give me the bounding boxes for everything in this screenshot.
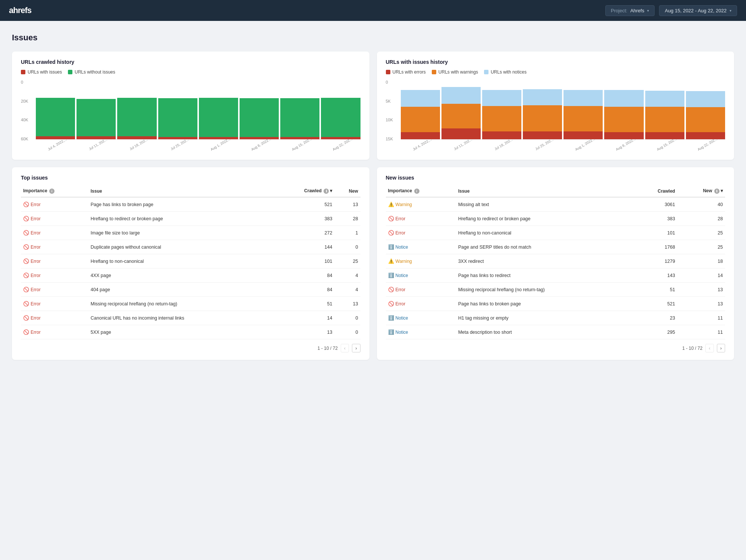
bar-group-issues (523, 80, 562, 139)
top-issues-next-button[interactable]: › (352, 344, 360, 352)
cell-importance-new: 🚫 Error (386, 283, 456, 297)
th-importance: Importance i (21, 185, 88, 197)
legend-item-notices: URLs with notices (484, 69, 527, 75)
bar-segment-warnings (523, 105, 562, 131)
th-new-new[interactable]: New ℹ ▾ (677, 185, 725, 197)
importance-icon: 🚫 (23, 244, 29, 250)
bar-group-issues (645, 80, 684, 139)
cell-issue-new: H1 tag missing or empty (456, 311, 634, 325)
cell-importance: 🚫 Error (21, 240, 88, 254)
app-header: ahrefs Project: Ahrefs ▾ Aug 15, 2022 - … (0, 0, 746, 21)
cell-issue-new: Missing reciprocal hreflang (no return-t… (456, 283, 634, 297)
cell-issue: Missing reciprocal hreflang (no return-t… (88, 297, 273, 311)
bar-segment-notices (441, 87, 481, 104)
bar-group (158, 80, 197, 139)
legend-dot-notices (484, 70, 489, 74)
new-issues-next-button[interactable]: › (717, 344, 725, 352)
cell-new-new: 25 (677, 226, 725, 240)
bar-group (240, 80, 279, 139)
charts-row: URLs crawled history URLs with issues UR… (12, 52, 734, 160)
cell-importance-new: ℹ️ Notice (386, 240, 456, 254)
importance-icon-new: 🚫 (388, 287, 394, 292)
project-dropdown[interactable]: Project: Ahrefs ▾ (605, 5, 655, 16)
table-row[interactable]: 🚫 Error Missing reciprocal hreflang (no … (386, 283, 725, 297)
importance-badge-new: ℹ️ Notice (388, 329, 408, 336)
top-issues-table-wrap: Importance i Issue Crawled ℹ ▾ New 🚫 Err… (21, 185, 360, 352)
cell-new: 0 (334, 240, 360, 254)
legend-item-warnings: URLs with warnings (432, 69, 478, 75)
top-issues-prev-button[interactable]: ‹ (341, 344, 349, 352)
th-new: New (334, 185, 360, 197)
tables-row: Top issues Importance i Issue Crawled ℹ … (12, 167, 734, 360)
table-row[interactable]: ⚠️ Warning Missing alt text 3061 40 (386, 197, 725, 212)
crawled-info-icon[interactable]: ℹ (324, 189, 329, 194)
cell-crawled: 13 (273, 325, 334, 339)
table-row[interactable]: ℹ️ Notice Meta description too short 295… (386, 325, 725, 339)
importance-icon-new: ℹ️ (388, 244, 394, 250)
date-range-dropdown[interactable]: Aug 15, 2022 - Aug 22, 2022 ▾ (659, 5, 737, 16)
table-row[interactable]: 🚫 Error Hreflang to redirect or broken p… (21, 212, 360, 226)
legend-dot-warnings (432, 70, 436, 74)
table-row[interactable]: 🚫 Error Hreflang to non-canonical 101 25 (386, 226, 725, 240)
cell-crawled-new: 1279 (634, 254, 677, 268)
cell-crawled: 383 (273, 212, 334, 226)
table-row[interactable]: 🚫 Error Hreflang to non-canonical 101 25 (21, 254, 360, 268)
cell-new-new: 13 (677, 283, 725, 297)
table-row[interactable]: ℹ️ Notice H1 tag missing or empty 23 11 (386, 311, 725, 325)
table-row[interactable]: 🚫 Error Page has links to broken page 52… (21, 197, 360, 212)
cell-importance-new: ℹ️ Notice (386, 311, 456, 325)
x-axis-labels-crawled: Jul 4, 2022,...Jul 11, 202...Jul 18, 202… (36, 141, 360, 152)
importance-icon: 🚫 (23, 258, 29, 264)
table-row[interactable]: ℹ️ Notice Page and SERP titles do not ma… (386, 240, 725, 254)
legend-label-errors: URLs with errors (393, 69, 426, 75)
table-row[interactable]: 🚫 Error Page has links to broken page 52… (386, 297, 725, 311)
table-row[interactable]: 🚫 Error Canonical URL has no incoming in… (21, 311, 360, 325)
table-row[interactable]: ⚠️ Warning 3XX redirect 1279 18 (386, 254, 725, 268)
cell-new-new: 18 (677, 254, 725, 268)
cell-crawled: 101 (273, 254, 334, 268)
table-row[interactable]: 🚫 Error 5XX page 13 0 (21, 325, 360, 339)
new-info-icon[interactable]: ℹ (714, 189, 720, 194)
th-crawled[interactable]: Crawled ℹ ▾ (273, 185, 334, 197)
cell-importance: 🚫 Error (21, 197, 88, 212)
importance-info-icon[interactable]: i (49, 189, 54, 194)
cell-crawled-new: 101 (634, 226, 677, 240)
table-row[interactable]: 🚫 Error Duplicate pages without canonica… (21, 240, 360, 254)
importance-badge-new: ⚠️ Warning (388, 258, 412, 265)
legend-label-warnings: URLs with warnings (438, 69, 478, 75)
bar-segment-warnings (564, 106, 603, 131)
table-row[interactable]: 🚫 Error 404 page 84 4 (21, 283, 360, 297)
cell-issue-new: Hreflang to non-canonical (456, 226, 634, 240)
cell-crawled-new: 383 (634, 212, 677, 226)
bar-group-issues (604, 80, 643, 139)
table-row[interactable]: 🚫 Error Hreflang to redirect or broken p… (386, 212, 725, 226)
importance-badge-new: ℹ️ Notice (388, 272, 408, 279)
cell-importance: 🚫 Error (21, 268, 88, 283)
importance-icon: 🚫 (23, 216, 29, 221)
bar-group (321, 80, 360, 139)
bar-segment-warnings (401, 107, 440, 132)
cell-new: 0 (334, 325, 360, 339)
legend-label-no-issues: URLs without issues (75, 69, 115, 75)
issues-chart-legend: URLs with errors URLs with warnings URLs… (386, 69, 725, 75)
importance-icon-new: 🚫 (388, 230, 394, 236)
importance-info-icon-new[interactable]: i (414, 189, 419, 194)
importance-badge: 🚫 Error (23, 258, 41, 265)
legend-dot-issues (21, 70, 25, 74)
new-issues-prev-button[interactable]: ‹ (705, 344, 714, 352)
logo-rest: hrefs (13, 6, 31, 15)
cell-issue: Hreflang to redirect or broken page (88, 212, 273, 226)
table-row[interactable]: 🚫 Error Image file size too large 272 1 (21, 226, 360, 240)
importance-badge-new: 🚫 Error (388, 215, 406, 222)
cell-issue: Duplicate pages without canonical (88, 240, 273, 254)
cell-new: 0 (334, 311, 360, 325)
table-row[interactable]: 🚫 Error 4XX page 84 4 (21, 268, 360, 283)
table-row[interactable]: 🚫 Error Missing reciprocal hreflang (no … (21, 297, 360, 311)
table-row[interactable]: ℹ️ Notice Page has links to redirect 143… (386, 268, 725, 283)
bar-group-issues (482, 80, 521, 139)
x-axis-labels-issues: Jul 4, 2022,...Jul 11, 202...Jul 18, 202… (401, 141, 725, 152)
date-range-value: Aug 15, 2022 - Aug 22, 2022 (665, 8, 727, 13)
cell-crawled: 144 (273, 240, 334, 254)
importance-badge: 🚫 Error (23, 272, 41, 279)
th-crawled-new: Crawled (634, 185, 677, 197)
